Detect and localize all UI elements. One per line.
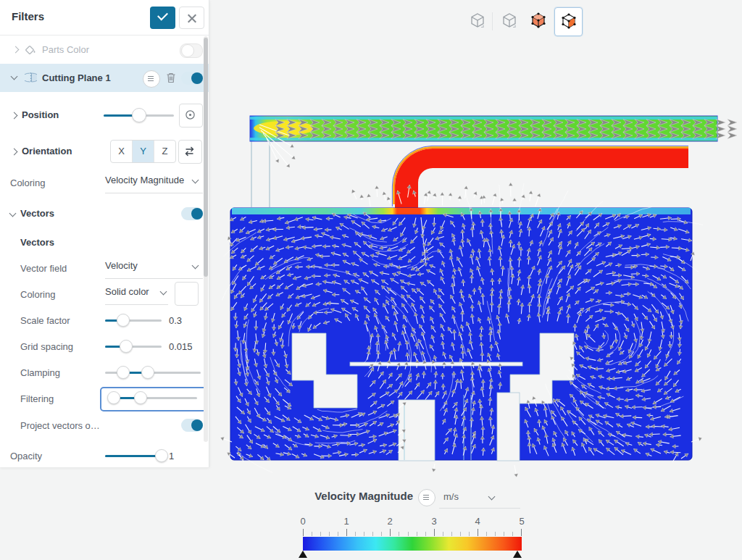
scale-factor-label: Scale factor [20,315,70,326]
show-solid-geometry-button[interactable] [525,7,551,35]
legend-menu-button[interactable] [418,489,435,506]
toolbar-divider [492,12,493,30]
chevron-down-icon [11,73,18,80]
colorbar-tick-label: 1 [339,516,354,527]
vectors-toggle[interactable] [181,207,203,220]
vectors-section-label: Vectors [20,208,54,219]
swap-arrows-icon [183,146,196,156]
colorbar-tick-label: 5 [514,516,529,527]
unit-underline [439,508,520,509]
cutting-plane-icon [25,71,37,84]
chevron-down-icon[interactable] [192,262,199,269]
scale-factor-value[interactable]: 0.3 [169,315,182,326]
filter-label: Cutting Plane 1 [42,72,111,83]
colorbar [303,537,522,551]
grid-spacing-slider[interactable] [105,340,162,353]
legend-title: Velocity Magnitude [310,490,413,502]
position-label: Position [22,109,59,120]
vector-coloring-label: Coloring [20,289,55,300]
opacity-label: Opacity [10,451,42,461]
colorbar-tick-label: 3 [427,516,441,527]
flip-orientation-button[interactable] [178,140,202,164]
filtering-range-slider[interactable] [109,391,197,404]
vector-field-select[interactable]: Velocity [105,260,138,271]
vectors-subtitle: Vectors [20,237,54,248]
chevron-down-icon[interactable] [192,177,199,184]
paint-bucket-icon [25,43,37,56]
orientation-label: Orientation [22,146,72,156]
orientation-axis-group: X Y Z [110,140,176,163]
grid-spacing-label: Grid spacing [20,341,73,352]
colorbar-max-handle[interactable] [513,551,522,558]
close-button[interactable] [179,7,204,29]
clamping-range-slider[interactable] [105,366,201,379]
filters-panel: Filters Parts Color Cutting Plane 1 [0,0,209,467]
solid-orange-cube-icon [530,12,547,30]
wireframe-cube-icon [470,12,485,30]
menu-icon [423,495,429,501]
parts-color-toggle[interactable] [180,43,203,58]
chevron-down-icon[interactable] [9,210,17,217]
filter-row-parts-color[interactable]: Parts Color [0,35,209,64]
filter-row-cutting-plane[interactable]: Cutting Plane 1 [0,64,209,92]
filtering-label: Filtering [20,393,54,404]
check-icon [157,10,168,21]
chevron-right-icon [12,46,20,54]
center-plane-button[interactable] [179,104,203,128]
apply-button[interactable] [150,7,175,29]
axis-x-button[interactable]: X [111,141,133,162]
chevron-down-icon[interactable] [488,493,496,501]
scale-factor-slider[interactable] [105,314,162,327]
axis-z-button[interactable]: Z [154,141,175,162]
section-view-button[interactable] [554,7,583,36]
chevron-down-icon[interactable] [160,288,167,296]
colorbar-min-handle[interactable] [299,551,307,558]
axis-y-button[interactable]: Y [133,141,154,162]
chevron-right-icon[interactable] [11,149,18,156]
postprocessor-window: { "colors": { "accent": "#11719c", "row_… [0,0,742,560]
project-vectors-label: Project vectors o… [20,420,100,431]
colorbar-tick-label: 0 [296,516,310,527]
section-cube-icon [560,12,578,31]
view-mode-wireframe-button[interactable] [464,7,491,35]
panel-title: Filters [12,10,44,22]
menu-icon [148,76,154,83]
cutting-plane-menu-button[interactable] [143,70,160,88]
shaded-cube-icon [501,12,517,30]
coloring-select[interactable]: Velocity Magnitude [105,175,184,185]
colorbar-tick-label: 2 [383,516,397,527]
filter-label: Parts Color [42,44,89,55]
viewport-3d[interactable] [217,94,742,478]
project-vectors-toggle[interactable] [181,419,203,432]
opacity-value[interactable]: 1 [169,451,174,461]
position-slider[interactable] [104,109,174,122]
vector-field-label: Vector field [20,263,67,274]
target-icon [185,109,196,120]
sidebar-scrollbar-thumb[interactable] [204,38,208,277]
filters-header: Filters [0,0,209,35]
chevron-right-icon[interactable] [11,112,18,120]
colorbar-tick-label: 4 [470,516,485,527]
inlet-pipe [392,146,688,208]
coloring-label: Coloring [10,177,45,188]
vector-color-swatch[interactable] [175,282,199,306]
view-mode-shaded-button[interactable] [496,7,522,35]
clamping-label: Clamping [20,367,60,378]
trash-icon[interactable] [166,72,176,83]
opacity-slider[interactable] [105,449,162,462]
unit-select[interactable]: m/s [443,491,459,502]
grid-spacing-value[interactable]: 0.015 [169,341,193,352]
colorbar-ticks [303,528,522,536]
vector-coloring-select[interactable]: Solid color [105,286,149,297]
cutting-plane-toggle[interactable] [181,72,203,85]
geometry-outline-lines [251,141,270,207]
